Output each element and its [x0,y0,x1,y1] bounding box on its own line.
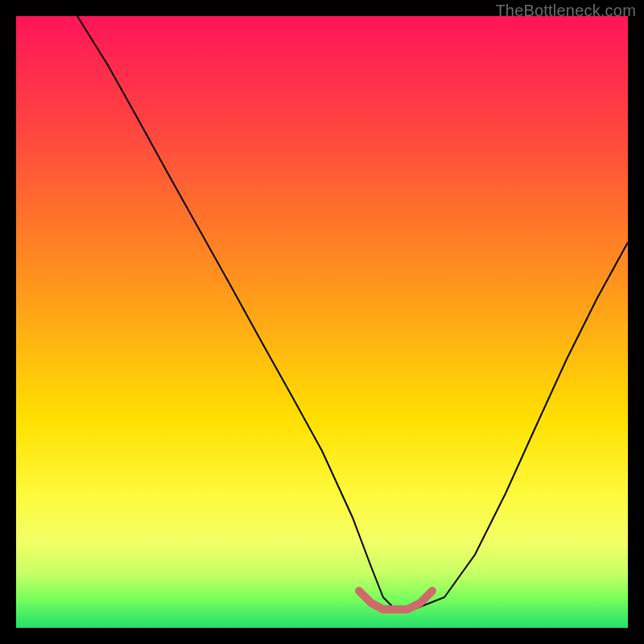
watermark-text: TheBottleneck.com [495,2,636,20]
bottleneck-curve-line [77,16,628,609]
optimal-band-line [359,591,432,609]
chart-frame: TheBottleneck.com [0,0,644,644]
chart-svg [16,16,628,628]
chart-plot-area [16,16,628,628]
